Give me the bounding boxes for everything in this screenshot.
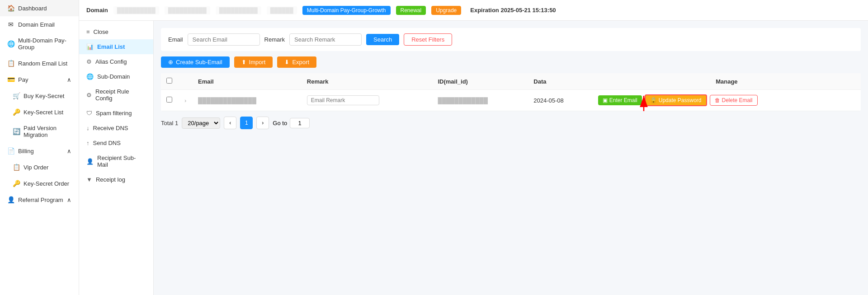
expiration-date: 2025-05-21 15:13:50 [500, 7, 556, 14]
domain-value-2: ██████████ [165, 6, 210, 14]
dashboard-icon: 🏠 [7, 5, 14, 12]
sidebar-item-multi-domain[interactable]: 🌐 Multi-Domain Pay-Group [0, 33, 79, 55]
pagination-total: Total 1 [161, 120, 178, 126]
sidebar-item-billing[interactable]: 📄 Billing ∧ [0, 143, 79, 159]
receive-dns-icon: ↓ [86, 125, 90, 131]
plus-icon: ⊕ [168, 59, 173, 66]
search-button[interactable]: Search [366, 34, 399, 45]
expand-icon[interactable]: › [184, 97, 186, 104]
row-email-cell: ██████████████ [193, 90, 302, 111]
next-page-button[interactable]: › [256, 117, 269, 129]
key-icon: 🔑 [13, 108, 20, 116]
trash-icon: 🗑 [715, 97, 720, 103]
select-all-checkbox[interactable] [166, 78, 172, 84]
sub-sidebar-email-list[interactable]: 📊 Email List [79, 39, 153, 54]
manage-buttons-group: ▣ Enter Email 🔒 Update Password [598, 94, 855, 106]
row-date-cell: 2024-05-08 [528, 90, 592, 111]
sub-sidebar-label: Receipt log [96, 176, 125, 183]
sub-sidebar-spam[interactable]: 🛡 Spam filtering [79, 106, 153, 121]
sub-sidebar-label: Sub-Domain [97, 73, 130, 80]
subdomain-icon: 🌐 [86, 73, 94, 80]
row-checkbox[interactable] [166, 97, 172, 103]
enter-icon: ▣ [603, 97, 608, 103]
globe-icon: 🌐 [7, 40, 14, 47]
update-password-button[interactable]: 🔒 Update Password [645, 94, 707, 106]
sidebar-item-pay[interactable]: 💳 Pay ∧ [0, 71, 79, 88]
sub-sidebar-label: Alias Config [95, 58, 127, 65]
chevron-up-icon: ∧ [67, 197, 71, 203]
table-header-checkbox [161, 73, 179, 90]
sub-sidebar-label: Receive DNS [93, 125, 128, 131]
sub-sidebar-send-dns[interactable]: ↑ Send DNS [79, 136, 153, 150]
email-table-container: Email Remark ID(mail_id) Data Manage [161, 73, 861, 111]
sidebar-item-buy-key[interactable]: 🛒 Buy Key-Secret [0, 88, 79, 104]
left-sidebar: 🏠 Dashboard ✉ Domain Email 🌐 Multi-Domai… [0, 0, 79, 295]
page-size-select[interactable]: 20/page [182, 117, 220, 129]
import-button[interactable]: ⬆ Import [234, 56, 273, 68]
sidebar-item-key-list[interactable]: 🔑 Key-Secret List [0, 104, 79, 120]
sidebar-item-domain-email[interactable]: ✉ Domain Email [0, 16, 79, 33]
sidebar-item-label: Paid Version Migration [24, 125, 71, 138]
update-password-wrapper: 🔒 Update Password [645, 94, 707, 106]
sidebar-item-key-order[interactable]: 🔑 Key-Secret Order [0, 175, 79, 192]
header-bar: Domain ██████████ ██████████ ██████████ … [79, 0, 868, 21]
email-icon: ✉ [7, 21, 14, 28]
sub-sidebar-label: Send DNS [93, 140, 121, 146]
remark-input[interactable] [307, 95, 379, 105]
date-value: 2024-05-08 [533, 97, 564, 104]
email-search-input[interactable] [188, 33, 260, 46]
upload-icon: ⬆ [241, 59, 246, 66]
sidebar-item-label: Random Email List [18, 60, 67, 67]
alias-icon: ⚙ [86, 58, 92, 65]
reset-filters-button[interactable]: Reset Filters [404, 33, 452, 46]
content-area: ≡ Close 📊 Email List ⚙ Alias Config 🌐 Su… [79, 21, 868, 295]
prev-page-button[interactable]: ‹ [224, 117, 236, 129]
filter-bar: Email Remark Search Reset Filters [161, 28, 861, 51]
sidebar-item-paid-migration[interactable]: 🔄 Paid Version Migration [0, 120, 79, 143]
domain-value-4: ██████ [267, 6, 297, 14]
email-value: ██████████████ [198, 97, 256, 104]
page-1-button[interactable]: 1 [240, 117, 253, 129]
sub-sidebar-sub-domain[interactable]: 🌐 Sub-Domain [79, 69, 153, 84]
sidebar-item-label: Key-Secret List [24, 109, 63, 116]
email-filter-label: Email [168, 36, 183, 43]
delete-email-button[interactable]: 🗑 Delete Email [710, 95, 758, 106]
email-table: Email Remark ID(mail_id) Data Manage [161, 73, 861, 111]
create-sub-email-button[interactable]: ⊕ Create Sub-Email [161, 56, 230, 68]
sub-sidebar-recipient-sub-mail[interactable]: 👤 Recipient Sub-Mail [79, 150, 153, 172]
sub-sidebar-receive-dns[interactable]: ↓ Receive DNS [79, 121, 153, 136]
sidebar-item-referral[interactable]: 👤 Referral Program ∧ [0, 192, 79, 208]
sub-sidebar-label: Recipient Sub-Mail [97, 155, 146, 168]
sub-sidebar: ≡ Close 📊 Email List ⚙ Alias Config 🌐 Su… [79, 21, 154, 295]
table-header-email: Email [193, 73, 302, 90]
badge-multi-domain: Multi-Domain Pay-Group-Growth [302, 6, 391, 15]
remark-search-input[interactable] [289, 33, 362, 46]
goto-input[interactable] [290, 118, 310, 128]
sub-sidebar-receipt-rule[interactable]: ⚙ Receipt Rule Config [79, 84, 153, 106]
billing-icon: 📄 [7, 147, 14, 155]
sidebar-item-label: Key-Secret Order [24, 180, 69, 187]
sub-sidebar-alias-config[interactable]: ⚙ Alias Config [79, 54, 153, 69]
send-dns-icon: ↑ [86, 140, 90, 146]
remark-filter-label: Remark [264, 36, 285, 43]
receipt-rule-icon: ⚙ [86, 92, 92, 98]
sidebar-item-random-email[interactable]: 📋 Random Email List [0, 55, 79, 71]
sidebar-item-vip-order[interactable]: 📋 Vip Order [0, 159, 79, 175]
table-header-data: Data [528, 73, 592, 90]
recipient-icon: 👤 [86, 158, 94, 165]
sub-sidebar-close[interactable]: ≡ Close [79, 24, 153, 39]
goto-section: Go to [273, 118, 310, 128]
referral-icon: 👤 [7, 196, 14, 203]
goto-label: Go to [273, 120, 287, 126]
row-id-cell: ████████████ [432, 90, 528, 111]
row-expand-cell: › [179, 90, 193, 111]
row-manage-cell: ▣ Enter Email 🔒 Update Password [593, 90, 861, 111]
sidebar-item-label: Domain Email [18, 21, 55, 28]
sub-sidebar-label: Spam filtering [96, 110, 132, 117]
export-button[interactable]: ⬇ Export [277, 56, 316, 68]
pay-icon: 💳 [7, 76, 14, 83]
chart-icon: 📊 [86, 43, 94, 50]
sub-sidebar-receipt-log[interactable]: ▼ Receipt log [79, 172, 153, 187]
enter-email-button[interactable]: ▣ Enter Email [598, 95, 642, 105]
sidebar-item-dashboard[interactable]: 🏠 Dashboard [0, 0, 79, 16]
